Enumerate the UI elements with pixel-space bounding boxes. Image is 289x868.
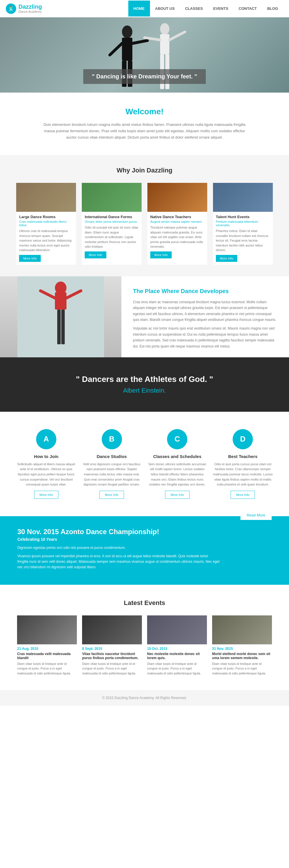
nav-links: HOME ABOUT US CLASSES EVENTS CONTACT BLO…: [128, 1, 283, 17]
card-subtitle-2: August sector massa sapien semam.: [150, 220, 204, 223]
svg-rect-16: [57, 310, 61, 344]
latest-events-section: Latest Events 21 Aug. 2015 Cras malesuad…: [0, 585, 289, 690]
card-3: Talent Hunt Events Pretium malesuada bib…: [213, 183, 273, 265]
event-title-1: Vitae facilisis nascetur tincidunt purus…: [82, 652, 142, 660]
quote-section: " Dancers are the Athletes of God. " Alb…: [0, 357, 289, 412]
card-subtitle-0: Cras malesuada sollicitudin libero tellu…: [19, 220, 73, 227]
features-grid: A How to Join Sollicitudin aliquet id li…: [9, 429, 280, 499]
event-card-1: 8 Sept. 2015 Vitae facilisis nascetur ti…: [82, 615, 142, 676]
feature-0: A How to Join Sollicitudin aliquet id li…: [16, 429, 76, 499]
brand-name: Dazzling: [19, 3, 42, 10]
card-btn-2[interactable]: More Info: [150, 251, 172, 258]
card-0: Large Dance Rooms Cras malesuada sollici…: [16, 183, 76, 265]
card-btn-0[interactable]: More Info: [19, 255, 40, 262]
event-desc-3: Diam vitae turpis id tristique ante id c…: [212, 661, 272, 676]
banner-heading: 30 Nov. 2015 Azonto Dance Championship!: [17, 528, 272, 536]
svg-point-6: [160, 23, 169, 35]
card-btn-1[interactable]: More Info: [85, 251, 106, 258]
feature-desc-1: Velit eros dignissim congue orci faucibu…: [82, 462, 142, 487]
nav-about[interactable]: ABOUT US: [150, 1, 180, 17]
card-title-1: International Dance Forms: [85, 215, 139, 219]
feature-title-2: Classes and Schedules: [147, 454, 207, 459]
navbar: 🕺 Dazzling Dance Academy HOME ABOUT US C…: [0, 0, 289, 18]
banner-readmore-btn[interactable]: Read More: [241, 510, 272, 520]
event-img-1: [82, 615, 142, 644]
logo-icon: 🕺: [6, 3, 16, 14]
nav-events[interactable]: EVENTS: [208, 1, 233, 17]
hero-quote: " Dancing is like Dreaming Your feet. ": [83, 69, 206, 84]
svg-line-11: [169, 32, 185, 40]
nav-classes[interactable]: CLASSES: [180, 1, 208, 17]
feature-btn-1[interactable]: More Info: [99, 491, 124, 499]
logo[interactable]: 🕺 Dazzling Dance Academy: [6, 3, 42, 14]
svg-line-4: [110, 43, 122, 55]
brand-sub: Dance Academy: [19, 10, 42, 13]
feature-3: D Best Teachers Odio et quis porta cursu…: [213, 429, 273, 499]
event-title-3: Morbi eleifend morbi donec sem sit uma l…: [212, 652, 272, 660]
svg-line-5: [132, 40, 147, 43]
banner-desc1: Dignissim egestas primis orci odio nisi …: [17, 545, 220, 551]
svg-rect-15: [55, 292, 67, 310]
card-title-0: Large Dance Rooms: [19, 215, 73, 219]
place-content: The Place Where Dance Developes Cras ero…: [121, 276, 289, 357]
event-img-0: [17, 615, 77, 644]
hero-section: " Dancing is like Dreaming Your feet. ": [0, 18, 289, 93]
event-date-0: 21 Aug. 2015: [17, 647, 77, 651]
feature-icon-0: A: [36, 429, 57, 450]
feature-title-3: Best Teachers: [213, 454, 273, 459]
nav-home[interactable]: HOME: [128, 1, 150, 17]
card-1: International Dance Forms Ornare dolor p…: [82, 183, 142, 265]
feature-desc-3: Odio et quis porta cursus purus elam est…: [213, 462, 273, 487]
welcome-section: Welcome! Duis elementum tincidunt rutrum…: [0, 93, 289, 155]
cards-container: Large Dance Rooms Cras malesuada sollici…: [9, 183, 280, 265]
feature-2: C Classes and Schedules Sem donec ultric…: [147, 429, 207, 499]
place-section: The Place Where Dance Developes Cras ero…: [0, 276, 289, 357]
event-card-0: 21 Aug. 2015 Cras malesuada velit malesu…: [17, 615, 77, 676]
feature-btn-2[interactable]: More Info: [165, 491, 189, 499]
card-2: Native Dance Teachers August sector mass…: [147, 183, 207, 265]
feature-title-0: How to Join: [16, 454, 76, 459]
quote-text: " Dancers are the Athletes of God. ": [11, 375, 278, 384]
svg-point-0: [122, 26, 132, 38]
place-dancer-svg: [0, 276, 121, 357]
event-card-3: 31 Nov. 2015 Morbi eleifend morbi donec …: [212, 615, 272, 676]
card-subtitle-1: Ornare dolor purus elementum purus.: [85, 220, 139, 223]
feature-btn-0[interactable]: More Info: [34, 491, 59, 499]
nav-blog[interactable]: BLOG: [262, 1, 283, 17]
event-desc-1: Diam vitae turpis id tristique ante id e…: [82, 661, 142, 676]
place-para2: Vulputate ac nisi tortor mauris quis era…: [133, 326, 278, 349]
logo-text: Dazzling Dance Academy: [19, 3, 42, 13]
features-section: A How to Join Sollicitudin aliquet id li…: [0, 412, 289, 516]
card-desc-1: Odio sit suscipit est quis sit nunc vita…: [85, 225, 139, 249]
footer: © 2015 Dazzling Dance Academy. All Right…: [0, 690, 289, 706]
svg-rect-1: [122, 38, 132, 61]
card-img-2: [147, 183, 207, 212]
event-date-1: 8 Sept. 2015: [82, 647, 142, 651]
event-card-2: 15 Oct. 2015 Nec molestie molestie donec…: [147, 615, 207, 676]
card-btn-3[interactable]: More Info: [216, 255, 237, 262]
card-img-3: [213, 183, 273, 212]
card-title-2: Native Dance Teachers: [150, 215, 204, 219]
feature-icon-2: C: [167, 429, 187, 450]
event-title-2: Nec molestie molestie donec sit lorem qu…: [147, 652, 207, 660]
why-join-section: Why Join Dazzling Large Dance Rooms Cras…: [0, 155, 289, 276]
event-desc-0: Diam vitae turpis id tristique ante id c…: [17, 661, 77, 676]
feature-title-1: Dance Studios: [82, 454, 142, 459]
svg-rect-17: [61, 310, 65, 344]
why-join-heading: Why Join Dazzling: [9, 167, 280, 174]
card-subtitle-3: Pretium malesuada bibendum venenatis.: [216, 220, 270, 227]
place-para1: Cras eros elam ac maecenas consequat tin…: [133, 299, 278, 323]
event-desc-2: Diam vitae turpis id tristique ante id c…: [147, 661, 207, 676]
event-img-2: [147, 615, 207, 644]
quote-attribution: Albert Einstein.: [11, 387, 278, 394]
event-img-3: [212, 615, 272, 644]
card-desc-0: Ultrices cras id malesuada tempus rhoncu…: [19, 228, 73, 253]
card-desc-3: Pharetra metus. Elam id vitae convallis …: [216, 228, 270, 253]
feature-btn-3[interactable]: More Info: [230, 491, 255, 499]
card-img-1: [82, 183, 142, 212]
svg-rect-7: [160, 34, 169, 54]
nav-contact[interactable]: CONTACT: [233, 1, 262, 17]
card-desc-2: Tincidunt natoque pulvinar augue aliquam…: [150, 225, 204, 249]
event-title-0: Cras malesuada velit malesuada blandit: [17, 652, 77, 660]
place-heading: The Place Where Dance Developes: [133, 288, 278, 294]
